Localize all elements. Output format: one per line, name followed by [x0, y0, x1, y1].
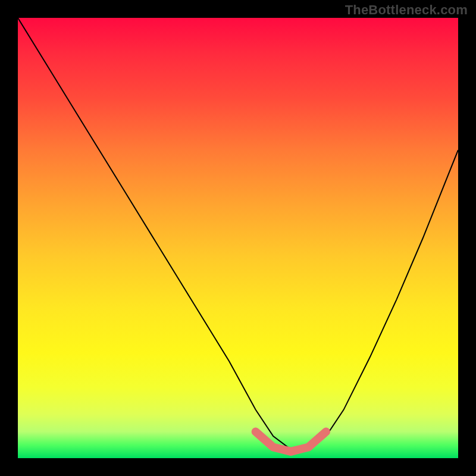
- highlight-band-path: [256, 432, 326, 452]
- curve-svg: [18, 18, 458, 458]
- attribution-text: TheBottleneck.com: [345, 2, 468, 18]
- bottleneck-curve-path: [18, 18, 458, 449]
- plot-area: [18, 18, 458, 458]
- chart-frame: TheBottleneck.com: [0, 0, 476, 476]
